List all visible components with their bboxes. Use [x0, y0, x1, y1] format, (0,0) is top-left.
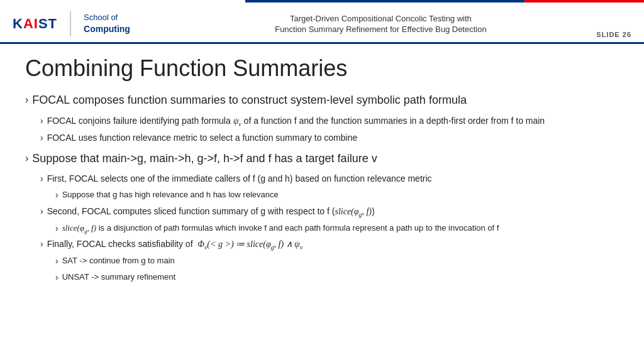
bullet-item-2: › Suppose that main->g, main->h, g->f, h…	[25, 150, 619, 168]
school-line2: Computing	[84, 23, 130, 35]
logo-divider	[70, 11, 71, 36]
header-title-bottom: Function Summary Refinement for Effectiv…	[143, 25, 619, 34]
bullet-marker-2: ›	[25, 151, 28, 167]
bullet-item-1-1: › FOCAL conjoins failure identifying pat…	[40, 114, 619, 129]
school-line1: School of	[84, 13, 130, 23]
school-text: School of Computing	[84, 13, 130, 35]
bullet-text-2-1-1: Suppose that g has high relevance and h …	[62, 189, 619, 201]
bullet-text-1-2: FOCAL uses function relevance metric to …	[47, 131, 619, 145]
bullet-text-2: Suppose that main->g, main->h, g->f, h->…	[32, 150, 619, 168]
bullet-text-2-3-1: SAT -> continue from g to main	[62, 255, 619, 267]
bullet-text-2-1: First, FOCAL selects one of the immediat…	[47, 172, 619, 186]
bullet-marker-2-1-1: ›	[55, 189, 58, 202]
bullet-item-2-3: › Finally, FOCAL checks satisfiability o…	[40, 238, 619, 252]
bullet-marker-1-2: ›	[40, 131, 43, 145]
bullet-list: › FOCAL composes function summaries to c…	[25, 92, 619, 285]
bullet-marker-2-2: ›	[40, 205, 43, 219]
kaist-ai: AI	[23, 16, 38, 31]
bullet-item-1: › FOCAL composes function summaries to c…	[25, 92, 619, 109]
bullet-marker-2-3-1: ›	[55, 255, 58, 268]
bullet-text-2-3-2: UNSAT -> summary refinement	[62, 271, 619, 283]
bullet-item-2-2: › Second, FOCAL computes sliced function…	[40, 205, 619, 219]
header-title-area: Target-Driven Compositional Concolic Tes…	[130, 14, 631, 34]
bullet-text-1: FOCAL composes function summaries to con…	[32, 92, 619, 109]
bullet-marker-1: ›	[25, 92, 28, 108]
bullet-item-2-1: › First, FOCAL selects one of the immedi…	[40, 172, 619, 186]
bullet-marker-2-3: ›	[40, 238, 43, 251]
bullet-text-2-3: Finally, FOCAL checks satisfiability of …	[47, 238, 619, 252]
logo-area: KAIST School of Computing	[13, 11, 130, 36]
main-content: Combining Function Summaries › FOCAL com…	[0, 44, 644, 293]
bullet-marker-2-1: ›	[40, 172, 43, 186]
bullet-marker-2-3-2: ›	[55, 271, 58, 285]
header-title-top: Target-Driven Compositional Concolic Tes…	[143, 14, 619, 23]
bullet-item-1-2: › FOCAL uses function relevance metric t…	[40, 131, 619, 145]
kaist-k: K	[13, 16, 23, 31]
accent-bar	[245, 0, 644, 3]
bullet-item-2-3-1: › SAT -> continue from g to main	[55, 255, 619, 268]
bullet-item-2-2-1: › slice(φg, f) is a disjunction of path …	[55, 222, 619, 236]
bullet-text-1-1: FOCAL conjoins failure identifying path …	[47, 114, 619, 129]
kaist-st: ST	[38, 16, 57, 31]
bullet-item-2-1-1: › Suppose that g has high relevance and …	[55, 189, 619, 202]
bullet-text-2-2: Second, FOCAL computes sliced function s…	[47, 205, 619, 219]
bullet-item-2-3-2: › UNSAT -> summary refinement	[55, 271, 619, 285]
header: KAIST School of Computing Target-Driven …	[0, 0, 644, 44]
bullet-marker-2-2-1: ›	[55, 222, 58, 236]
bullet-text-2-2-1: slice(φg, f) is a disjunction of path fo…	[62, 222, 619, 236]
slide-number: SLIDE 26	[596, 31, 631, 38]
kaist-logo: KAIST	[13, 16, 57, 32]
bullet-marker-1-1: ›	[40, 114, 43, 128]
page-title: Combining Function Summaries	[25, 55, 619, 82]
kaist-text: KAIST	[13, 16, 57, 32]
